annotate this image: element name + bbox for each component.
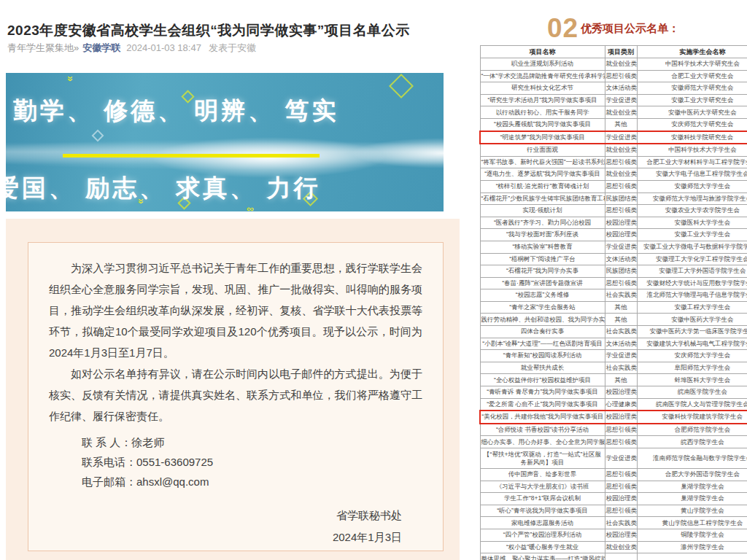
cell-project-name: “四个严管”校园治理系列活动 (480, 529, 605, 541)
cell-category: 学业促进类 (605, 94, 637, 106)
cell-org: 安徽中医药大学研究生会 (637, 106, 747, 119)
cell-project-name: “研究生学术活动月”我为同学做实事项目 (480, 94, 605, 106)
cell-org: 安徽中医药大学学生会 (637, 314, 747, 326)
cell-org: 中国科学技术大学研究生会 (637, 58, 747, 71)
cell-category (605, 553, 637, 560)
meta-source: 青年学生聚集地» (7, 42, 79, 53)
table-row: 职业生涯规划系列活动 就业创业类 中国科学技术大学研究生会 (480, 58, 747, 71)
cell-category: 其他 (605, 301, 637, 314)
cell-project-name: “春苗·雁阵”宣讲团专题微宣讲 (480, 277, 605, 289)
cell-org: 安庆师范大学研究生会 (637, 118, 747, 131)
cell-org: 安徽农业大学农学院学生会 (637, 205, 747, 217)
table-row: 细心办实事、用心办好事、全心全意为同学服务 思想引领类 皖西学院学生会 (480, 436, 747, 448)
table-row: “美化校园，共建你我他”我为同学做实事项目 校园治理类 安徽科技学院建筑学院学生… (480, 411, 747, 424)
table-row: “青听青诉 青尽青力”我为同学做实事项目 校园治理类 皖南医学院学生会 (480, 386, 747, 399)
cell-project-name: “校园志愿”义务维修 (480, 289, 605, 302)
section-heading: 优秀项目公示名单： (581, 22, 679, 34)
projects-table: 项目名称 项目类别 实施学生会名称 职业生涯规划系列活动 就业创业类 中国科学技… (479, 45, 747, 560)
table-row: “合师悦读 书香校园”读书分享活动 思想引领类 合肥师范学院学生会 (480, 424, 747, 436)
cell-category: 社会实践类 (605, 326, 637, 338)
page-title: 2023年度安徽省高校学生会组织“我为同学做实事”项目名单公示 (7, 21, 474, 40)
cell-category: 文体活动类 (605, 338, 637, 350)
cell-category: 就业创业类 (605, 106, 637, 119)
cell-org: 安徽大学电子信息工程学院学生会 (637, 168, 747, 181)
cell-category: 思想引领类 (605, 436, 637, 448)
cell-project-name: “明途筑梦”我为同学做实事项目 (480, 131, 605, 144)
table-row: 研究生科技文化艺术节 文体活动类 安徽师范大学研究生会 (480, 82, 747, 95)
announcement-panel: 为深入学习贯彻习近平总书记关于青年工作的重要思想，践行学联学生会组织全心全意服务… (6, 219, 460, 560)
table-row: 行业面面观 就业创业类 中国科学技术大学学生会 (480, 144, 747, 156)
cell-project-name: 【“帮扶+培优”双驱动，打造“一站式”社区服务新风尚】项目 (480, 448, 605, 469)
cell-project-name: 传中国声音、绘多彩世界 (480, 469, 605, 481)
cell-org: 黄山学院信息工程学院学生会 (637, 517, 747, 529)
cell-category: 社会实践类 (605, 362, 637, 374)
table-header-row: 项目名称 项目类别 实施学生会名称 (480, 46, 747, 58)
cell-org: 安徽中医药大学第一临床医学院学生会 (637, 326, 747, 338)
table-row: “小剧本”诠释“大道理”——红色话剧培育项目 文体活动类 安徽建筑大学机械与电气… (480, 338, 747, 350)
table-row: “爱之所需 心愈不止”我为同学做实事项目 心理健康类 皖南医学院人文与管理学院学… (480, 398, 747, 411)
cell-project-name: “青年之家”学生会服务站 (480, 301, 605, 314)
cell-org: 滁州学院学生会 (637, 541, 747, 553)
cell-category: 社会实践类 (605, 517, 637, 529)
signature-date: 2024年1月3日 (49, 526, 402, 548)
cell-org: 阜阳师范大学学生会 (637, 362, 747, 374)
col-org: 实施学生会名称 (637, 46, 747, 58)
account-link[interactable]: 安徽学联 (82, 42, 120, 53)
announcement-box: 为深入学习贯彻习近平总书记关于青年工作的重要思想，践行学联学生会组织全心全意服务… (28, 242, 444, 551)
cell-project-name: “医者践行”齐学习、勠力同心治校园 (480, 217, 605, 229)
projects-table-wrap: 项目名称 项目类别 实施学生会名称 职业生涯规划系列活动 就业创业类 中国科学技… (479, 45, 747, 560)
table-row: 传中国声音、绘多彩世界 思想引领类 合肥大学外国语学院学生会 (480, 469, 747, 481)
table-row: “逐电力生、逐梦远航”我为同学做实事项目 就业创业类 安徽大学电子信息工程学院学… (480, 168, 747, 181)
table-row: 就业帮扶共成长 社会实践类 阜阳师范大学学生会 (480, 362, 747, 374)
cell-category: 社会实践类 (605, 289, 637, 302)
cell-project-name: 细心办实事、用心办好事、全心全意为同学服务 (480, 436, 605, 448)
cell-org: 蚌埠医科大学学生会 (637, 374, 747, 386)
section-header: 02优秀项目公示名单： (479, 13, 747, 44)
paragraph-2: 如对公示名单持有异议，请在公示时间内以电子邮件的方式提出。为便于核实、反馈有关情… (49, 363, 422, 427)
meta-datetime: 2024-01-03 18:47 (126, 42, 201, 53)
cell-project-name: “青听青诉 青尽青力”我为同学做实事项目 (480, 386, 605, 399)
cell-org: 安徽工业大学微电子与数据科学学院学生会 (637, 241, 747, 253)
cell-org: 安徽工程大学学生会 (637, 301, 747, 314)
table-row: 四体合奏行实事 社会实践类 安徽中医药大学第一临床医学院学生会 (480, 326, 747, 338)
cell-org: 黄山学院学生会 (637, 505, 747, 517)
cell-project-name: 职业生涯规划系列活动 (480, 58, 605, 71)
cell-org: 安徽师范大学研究生会 (637, 82, 747, 95)
cell-category: 民族团结类 (605, 192, 637, 205)
cell-org: 铜陵学院学生会 (637, 529, 747, 541)
table-row: 整体思维、聚心聚力谋实事——打造“徽风皖韵”青年文化品牌 (480, 553, 747, 560)
cell-project-name: “榜样引航·追光前行”教育铸魂计划 (480, 180, 605, 192)
contact-block: 联 系 人：徐老师 联系电话：0551-63609725 电子邮箱：ahsxl@… (82, 432, 422, 491)
cell-project-name: “权小益”暖心服务学生就业 (480, 541, 605, 553)
cell-org: 巢湖学院学生会 (637, 481, 747, 493)
cell-project-name: “校园头雁领航”我为同学做实事项目 (480, 118, 605, 131)
banner-image: » » ∞ 勤学、 修德、 明辨、 笃实 爱国、 励志、 求真、 力行 (6, 73, 444, 211)
cell-org: 合肥工业大学材料科学与工程学院学生会 (637, 156, 747, 168)
cell-org: 淮北师范大学物理与电子信息学院学生会 (637, 289, 747, 302)
contact-phone: 联系电话：0551-63609725 (82, 452, 422, 472)
table-row: 践行劳动精神、共创和谐校园、我为同学办实事 其他 安徽中医药大学学生会 (480, 314, 747, 326)
cell-project-name: 家电维修志愿服务活动 (480, 517, 605, 529)
cell-project-name: 以行动践行初心、用实干服务同学 (480, 106, 605, 119)
col-category: 项目类别 (605, 46, 637, 58)
table-row: 实现·领航计划 思想引领类 安徽农业大学农学院学生会 (480, 205, 747, 217)
contact-email: 电子邮箱：ahsxl@qq.com (82, 472, 422, 491)
cell-project-name: 整体思维、聚心聚力谋实事——打造“徽风皖韵”青年文化品牌 (480, 553, 605, 560)
table-row: “校园志愿”义务维修 社会实践类 淮北师范大学物理与电子信息学院学生会 (480, 289, 747, 302)
table-row: “权小益”暖心服务学生就业 就业创业类 滁州学院学生会 (480, 541, 747, 553)
signature-block: 省学联秘书处 2024年1月3日 (49, 505, 422, 548)
cell-project-name: 就业帮扶共成长 (480, 362, 605, 374)
cell-category: 就业创业类 (605, 144, 637, 156)
cell-project-name: “石榴花开”少数民族学生铸牢民族团结教育工程 (480, 192, 605, 205)
cell-org: 合肥工业大学研究生会 (637, 70, 747, 82)
cell-project-name: “我与学校面对面”系列座谈 (480, 229, 605, 241)
cell-category: 校园治理类 (605, 386, 637, 399)
cell-org: 淮南师范学院金融与数学学院学生会 (637, 448, 747, 469)
cell-category: 校园治理类 (605, 529, 637, 541)
cell-org: 安徽工业大学学生会 (637, 229, 747, 241)
cell-org: 皖南医学院学生会 (637, 386, 747, 399)
cell-category: 思想引领类 (605, 156, 637, 168)
table-row: 《习近平与大学生朋友们》读书班 思想引领类 巢湖学院学生会 (480, 481, 747, 493)
cell-project-name: “一体”学术交流品牌助推青年研究生传承科学家精神 (480, 70, 605, 82)
cell-category: 心理健康类 (605, 398, 637, 411)
